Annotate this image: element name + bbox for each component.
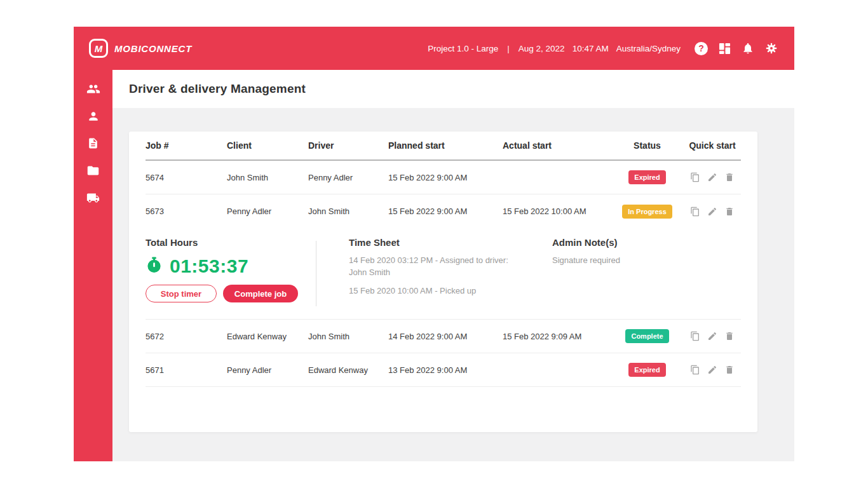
complete-job-button[interactable]: Complete job — [223, 285, 298, 302]
copy-icon[interactable] — [690, 207, 700, 217]
status-badge: Complete — [625, 329, 668, 343]
quick-start-actions — [684, 207, 741, 217]
users-icon — [86, 82, 100, 98]
sidebar-item-clients[interactable] — [74, 104, 112, 131]
copy-icon[interactable] — [690, 365, 700, 375]
user-icon — [87, 110, 100, 125]
help-glyph: ? — [698, 43, 704, 53]
stop-timer-button[interactable]: Stop timer — [146, 285, 217, 302]
cell-client: Penny Adler — [227, 365, 308, 375]
folder-icon — [86, 164, 100, 180]
main-content: Driver & delivery Management Job # Clien… — [112, 70, 794, 461]
quick-start-actions — [684, 172, 741, 182]
cell-job-number: 5672 — [146, 332, 227, 341]
cell-driver: Penny Adler — [308, 173, 388, 182]
table-row[interactable]: 5671 Penny Adler Edward Kenway 13 Feb 20… — [146, 353, 741, 387]
topbar-right: Project 1.0 - Large | Aug 2, 2022 10:47 … — [428, 42, 778, 55]
status-badge: Expired — [628, 363, 665, 377]
apps-grid-icon[interactable] — [719, 43, 731, 55]
delete-icon[interactable] — [724, 172, 735, 182]
sidebar-item-deliveries[interactable] — [74, 186, 112, 213]
cell-planned-start: 13 Feb 2022 9:00 AM — [388, 365, 503, 375]
header-separator: | — [507, 44, 510, 53]
jobs-table-card: Job # Client Driver Planned start Actual… — [129, 132, 757, 432]
sidebar-item-documents[interactable] — [74, 131, 112, 158]
col-header-status: Status — [611, 140, 684, 151]
cell-driver: John Smith — [308, 332, 388, 341]
cell-job-number: 5671 — [146, 365, 227, 375]
time-sheet-entry: 15 Feb 2020 10:00 AM - Picked up — [349, 285, 517, 297]
table-row-expanded[interactable]: 5673 Penny Adler John Smith 15 Feb 2022 … — [146, 194, 741, 228]
header-time: 10:47 AM — [573, 44, 609, 53]
col-header-job: Job # — [146, 140, 227, 151]
stopwatch-icon — [146, 257, 163, 276]
delete-icon[interactable] — [724, 365, 735, 375]
time-sheet-entry: 14 Feb 2020 03:12 PM - Assigned to drive… — [349, 254, 517, 278]
cell-job-number: 5674 — [146, 173, 227, 182]
timer-buttons: Stop timer Complete job — [146, 285, 316, 302]
detail-divider — [316, 241, 316, 306]
edit-icon[interactable] — [707, 365, 717, 375]
brand-logo-letter: M — [95, 43, 103, 54]
brand-logo-icon[interactable]: M — [89, 39, 108, 58]
admin-note-entry: Signature required — [552, 254, 720, 266]
edit-icon[interactable] — [707, 207, 717, 217]
table-header-row: Job # Client Driver Planned start Actual… — [146, 132, 741, 161]
cell-job-number: 5673 — [146, 207, 227, 216]
page-title: Driver & delivery Management — [129, 82, 306, 96]
topbar-icons: ? — [695, 42, 778, 55]
table-row[interactable]: 5672 Edward Kenway John Smith 14 Feb 202… — [146, 320, 741, 353]
copy-icon[interactable] — [690, 331, 700, 341]
sidebar-item-drivers[interactable] — [74, 76, 112, 104]
total-hours-label: Total Hours — [146, 237, 316, 248]
quick-start-actions — [684, 331, 741, 341]
delete-icon[interactable] — [724, 331, 735, 341]
status-badge: In Progress — [622, 205, 672, 219]
timer-value: 01:53:37 — [170, 255, 248, 277]
sidebar — [74, 70, 112, 461]
notifications-bell-icon[interactable] — [742, 42, 754, 55]
sidebar-item-files[interactable] — [74, 158, 112, 186]
title-band: Driver & delivery Management — [112, 70, 794, 108]
app-window: M MOBICONNECT Project 1.0 - Large | Aug … — [74, 27, 794, 461]
cell-client: Edward Kenway — [227, 332, 308, 341]
edit-icon[interactable] — [707, 331, 717, 341]
header-date: Aug 2, 2022 — [519, 44, 565, 53]
cell-driver: John Smith — [308, 207, 388, 216]
admin-notes-section: Admin Note(s) Signature required — [552, 237, 741, 319]
cell-driver: Edward Kenway — [308, 365, 388, 375]
total-hours-section: Total Hours 0 — [146, 237, 316, 319]
project-selector[interactable]: Project 1.0 - Large — [428, 44, 498, 53]
cell-client: John Smith — [227, 173, 308, 182]
cell-planned-start: 15 Feb 2022 9:00 AM — [388, 207, 503, 216]
help-icon[interactable]: ? — [695, 42, 708, 55]
edit-icon[interactable] — [707, 172, 717, 182]
brand-name: MOBICONNECT — [114, 43, 192, 54]
cell-actual-start: 15 Feb 2022 10:00 AM — [503, 207, 611, 216]
time-sheet-section: Time Sheet 14 Feb 2020 03:12 PM - Assign… — [349, 237, 517, 319]
col-header-actual-start: Actual start — [503, 140, 611, 151]
job-detail-panel: Total Hours 0 — [146, 228, 741, 320]
cell-planned-start: 15 Feb 2022 9:00 AM — [388, 173, 503, 182]
col-header-quick-start: Quick start — [684, 140, 741, 151]
col-header-planned-start: Planned start — [388, 140, 503, 151]
quick-start-actions — [684, 365, 741, 375]
truck-icon — [86, 191, 100, 207]
cell-planned-start: 14 Feb 2022 9:00 AM — [388, 332, 503, 341]
cell-client: Penny Adler — [227, 207, 308, 216]
document-icon — [87, 137, 99, 152]
header-timezone: Australia/Sydney — [616, 44, 681, 53]
top-bar: M MOBICONNECT Project 1.0 - Large | Aug … — [74, 27, 794, 70]
status-badge: Expired — [628, 170, 665, 184]
cell-actual-start: 15 Feb 2022 9:09 AM — [503, 332, 611, 341]
col-header-client: Client — [227, 140, 308, 151]
table-row[interactable]: 5674 John Smith Penny Adler 15 Feb 2022 … — [146, 161, 741, 194]
delete-icon[interactable] — [724, 207, 735, 217]
time-sheet-label: Time Sheet — [349, 237, 517, 248]
admin-notes-label: Admin Note(s) — [552, 237, 741, 248]
col-header-driver: Driver — [308, 140, 388, 151]
timer-row: 01:53:37 — [146, 255, 316, 277]
copy-icon[interactable] — [690, 172, 700, 182]
settings-gear-icon[interactable] — [765, 42, 778, 55]
